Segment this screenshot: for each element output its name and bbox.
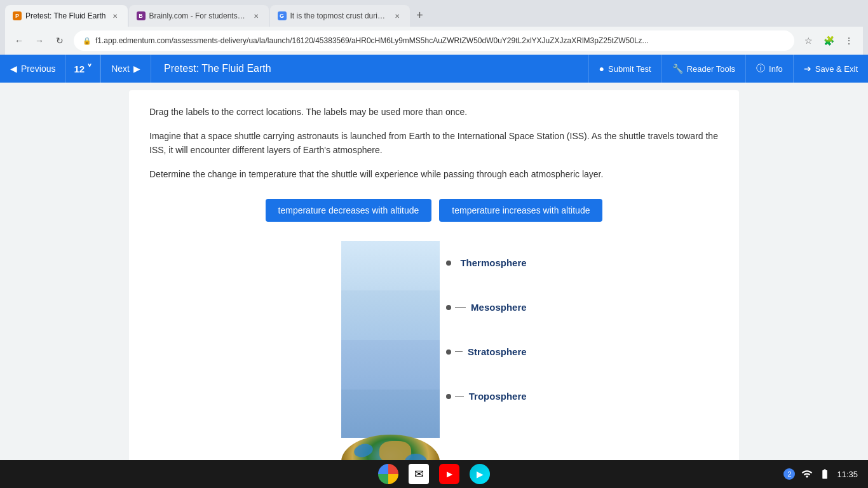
scenario-line2: ISS, it will encounter different layers … [149, 145, 383, 155]
info-label: Info [769, 64, 783, 74]
atmosphere-layers-visual [341, 241, 440, 474]
taskbar-youtube[interactable]: ▶ [439, 464, 459, 484]
save-exit-icon: ➔ [804, 64, 811, 74]
main-content: Drag the labels to the correct locations… [0, 83, 868, 474]
info-button[interactable]: ⓘ Info [745, 55, 793, 83]
prev-arrow-icon: ◀ [10, 64, 17, 74]
determine-text: Determine the change in temperature that… [149, 168, 719, 181]
mesosphere-line [455, 307, 466, 308]
stratosphere-line [455, 351, 463, 352]
instructions-text: Drag the labels to the correct locations… [149, 105, 719, 119]
next-label: Next [111, 64, 130, 74]
tab-pretest-title: Pretest: The Fluid Earth [25, 11, 106, 20]
lock-icon: 🔒 [83, 37, 92, 45]
tab-brainly[interactable]: B Brainly.com - For students. By st ✕ [129, 5, 269, 27]
tab-pretest-close[interactable]: ✕ [110, 11, 120, 21]
browser-chrome: P Pretest: The Fluid Earth ✕ B Brainly.c… [0, 0, 868, 55]
reader-tools-icon: 🔧 [672, 64, 683, 74]
reader-tools-button[interactable]: 🔧 Reader Tools [661, 55, 745, 83]
diagram-container: Thermosphere Mesosphere Stratosphere [149, 241, 719, 474]
bookmark-icon[interactable]: ☆ [799, 32, 817, 50]
toolbar-icons: ☆ 🧩 ⋮ [799, 32, 858, 50]
reload-button[interactable]: ↻ [51, 32, 69, 50]
mesosphere-label: Mesosphere [471, 302, 527, 313]
menu-icon[interactable]: ⋮ [840, 32, 858, 50]
taskbar-center: ✉ ▶ ▶ [378, 464, 490, 484]
extensions-icon[interactable]: 🧩 [820, 32, 837, 50]
chevron-down-icon: ˅ [87, 63, 92, 74]
stratosphere-dot [446, 349, 451, 355]
taskbar-gmail[interactable]: ✉ [409, 464, 429, 484]
notification-count: 2 [783, 468, 795, 480]
label-increases[interactable]: temperature increases with altitude [439, 199, 602, 222]
tab-google-close[interactable]: ✕ [392, 11, 402, 21]
tabs-row: P Pretest: The Fluid Earth ✕ B Brainly.c… [5, 5, 863, 27]
tab-google-title: It is the topmost crust during su [290, 11, 388, 20]
labels-container: temperature decreases with altitude temp… [149, 199, 719, 222]
taskbar-right: 2 11:35 [783, 468, 858, 480]
stratosphere-row: Stratosphere [446, 330, 526, 374]
diagram-wrapper: Thermosphere Mesosphere Stratosphere [341, 241, 526, 474]
wifi-icon [801, 468, 813, 480]
test-title: Pretest: The Fluid Earth [151, 55, 588, 83]
nav-buttons: ← → ↻ [10, 32, 69, 50]
address-bar-row: ← → ↻ 🔒 f1.app.edmentum.com/assessments-… [5, 27, 863, 55]
question-number[interactable]: 12 ˅ [66, 55, 100, 83]
mesosphere-row: Mesosphere [446, 285, 526, 330]
question-number-text: 12 [74, 64, 85, 74]
taskbar-chrome[interactable] [378, 464, 398, 484]
tab-brainly-close[interactable]: ✕ [251, 11, 261, 21]
atmosphere-layer-labels: Thermosphere Mesosphere Stratosphere [440, 241, 526, 419]
submit-test-button[interactable]: ● Submit Test [588, 55, 661, 83]
tab-brainly-title: Brainly.com - For students. By st [149, 11, 247, 20]
taskbar: ✉ ▶ ▶ 2 11:35 [0, 460, 868, 488]
scenario-line1: Imagine that a space shuttle carrying as… [149, 131, 718, 141]
save-exit-button[interactable]: ➔ Save & Exit [793, 55, 868, 83]
submit-icon: ● [599, 64, 604, 74]
forward-button[interactable]: → [31, 32, 48, 50]
battery-icon [819, 468, 831, 480]
thermosphere-dot [446, 261, 451, 266]
clock-display: 11:35 [837, 470, 858, 479]
troposphere-dot [446, 394, 451, 399]
mesosphere-dot [446, 305, 451, 310]
stratosphere-label: Stratosphere [468, 346, 527, 357]
app-nav: ◀ Previous 12 ˅ Next ▶ Pretest: The Flui… [0, 55, 868, 83]
address-bar[interactable]: 🔒 f1.app.edmentum.com/assessments-delive… [74, 30, 794, 51]
nav-right-buttons: ● Submit Test 🔧 Reader Tools ⓘ Info ➔ Sa… [588, 55, 868, 83]
troposphere-line [455, 396, 463, 396]
atmosphere-diagram: Thermosphere Mesosphere Stratosphere [341, 241, 526, 474]
previous-label: Previous [21, 64, 55, 74]
taskbar-play[interactable]: ▶ [470, 464, 490, 484]
question-card: Drag the labels to the correct locations… [129, 90, 739, 474]
back-button[interactable]: ← [10, 32, 28, 50]
previous-button[interactable]: ◀ Previous [0, 55, 66, 83]
submit-label: Submit Test [608, 64, 651, 74]
save-exit-label: Save & Exit [815, 64, 858, 74]
address-text: f1.app.edmentum.com/assessments-delivery… [95, 36, 785, 45]
thermosphere-row: Thermosphere [446, 241, 526, 285]
next-arrow-icon: ▶ [133, 64, 140, 74]
tab-pretest[interactable]: P Pretest: The Fluid Earth ✕ [5, 5, 128, 27]
scenario-text: Imagine that a space shuttle carrying as… [149, 129, 719, 158]
tab-google[interactable]: G It is the topmost crust during su ✕ [270, 5, 410, 27]
troposphere-row: Troposphere [446, 374, 526, 419]
next-button[interactable]: Next ▶ [100, 55, 151, 83]
troposphere-label: Troposphere [469, 391, 527, 402]
info-icon: ⓘ [756, 63, 765, 74]
new-tab-button[interactable]: + [411, 6, 429, 24]
notification-badge: 2 [783, 468, 795, 480]
thermosphere-label: Thermosphere [460, 257, 526, 268]
label-decreases[interactable]: temperature decreases with altitude [266, 199, 432, 222]
reader-tools-label: Reader Tools [687, 64, 735, 74]
